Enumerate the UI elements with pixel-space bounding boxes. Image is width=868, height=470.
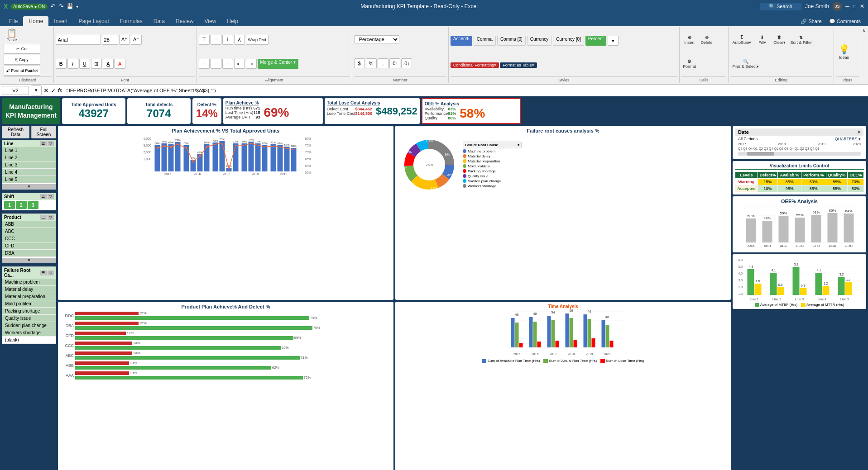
accent6-style-btn[interactable]: Accent6 (451, 36, 472, 46)
product-clear-btn[interactable]: ▽ (48, 215, 54, 220)
line-scroll-down-btn[interactable]: ▼ (2, 184, 56, 189)
tab-home[interactable]: Home (23, 16, 48, 26)
line-filter-clear-btn[interactable]: ▽ (48, 141, 54, 146)
total-cost-label[interactable]: Total Lose Cost Analysis (327, 100, 417, 105)
sidebar-item-sudden-plan[interactable]: Sudden plan change (2, 322, 56, 329)
tab-file[interactable]: File (4, 16, 23, 26)
tab-page-layout[interactable]: Page Layout (73, 16, 114, 26)
sidebar-item-quality-issue[interactable]: Quality issue (2, 315, 56, 322)
formula-input[interactable] (64, 88, 866, 93)
align-center-btn[interactable]: ≡ (211, 59, 221, 69)
undo-btn[interactable]: ↶ (50, 3, 56, 10)
sidebar-item-material-prep[interactable]: Material preparation (2, 293, 56, 300)
bold-btn[interactable]: B (56, 59, 67, 69)
tab-view[interactable]: View (199, 16, 222, 26)
quarters-dropdown-btn[interactable]: QUARTERS ▾ (835, 137, 861, 141)
insert-btn[interactable]: ⊕ Insert (681, 34, 698, 46)
increase-decimal-btn[interactable]: .0↑ (389, 58, 400, 68)
tab-data[interactable]: Data (148, 16, 170, 26)
decrease-decimal-btn[interactable]: .0↓ (401, 58, 412, 68)
fill-color-btn[interactable]: A̲ (103, 59, 114, 69)
autosave-badge[interactable]: AutoSave ● ON (10, 4, 48, 9)
comma0-style-btn[interactable]: Comma [0] (497, 36, 526, 46)
sidebar-item-abb[interactable]: ABB (2, 221, 56, 228)
copy-button[interactable]: ⎘ Copy (4, 55, 40, 65)
align-top-btn[interactable]: ⊤ (199, 35, 210, 45)
wrap-text-btn[interactable]: Wrap Text (246, 35, 269, 45)
line-filter-settings-btn[interactable]: ☰ (40, 141, 47, 146)
sidebar-item-dba[interactable]: DBA (2, 250, 56, 257)
oee-header-label[interactable]: OEE % Analysis (425, 101, 518, 106)
sidebar-item-mold-problem[interactable]: Mold problem (2, 300, 56, 308)
sidebar-item-machine-problem[interactable]: Machine problem (2, 279, 56, 286)
percent-btn[interactable]: % (366, 58, 377, 68)
shift-3-btn[interactable]: 3 (28, 201, 38, 209)
date-filter-close-btn[interactable]: ✕ (857, 130, 861, 135)
restore-btn[interactable]: □ (853, 3, 856, 9)
quick-save-btn[interactable]: 💾 (67, 3, 73, 9)
comments-btn[interactable]: 💬 Comments (825, 17, 864, 26)
insert-function-btn[interactable]: fx (58, 87, 62, 94)
align-right-btn[interactable]: ≡ (222, 59, 233, 69)
full-screen-btn[interactable]: Full Screen (31, 126, 56, 138)
align-middle-btn[interactable]: ≡ (211, 35, 221, 45)
format-as-table-btn[interactable]: Format as Table▾ (500, 62, 537, 68)
align-left-btn[interactable]: ≡ (199, 59, 210, 69)
minimize-btn[interactable]: ─ (845, 3, 849, 9)
sidebar-item-material-delay[interactable]: Material delay (2, 286, 56, 293)
ideas-btn[interactable]: 💡 Ideas (836, 43, 852, 61)
sidebar-item-packing-shortage[interactable]: Packing shortage (2, 308, 56, 315)
kpi-approved-label[interactable]: Total Approved Units (71, 102, 116, 107)
tab-help[interactable]: Help (221, 16, 244, 26)
ribbon-collapse-btn[interactable]: ∧ (861, 27, 866, 34)
merge-center-btn[interactable]: Merge & Center ▾ (258, 59, 298, 69)
number-format-select[interactable]: Percentage General Number Currency (354, 35, 399, 43)
cancel-formula-btn[interactable]: ✕ (43, 87, 49, 94)
product-scroll-down-btn[interactable]: ▼ (2, 258, 56, 263)
sidebar-item-line2[interactable]: Line 2 (2, 154, 56, 161)
failure-filter-dropdown[interactable]: ▾ (518, 143, 519, 147)
share-btn[interactable]: 🔗 Share (797, 17, 825, 26)
confirm-formula-btn[interactable]: ✓ (51, 87, 56, 94)
sort-filter-btn[interactable]: ⇅ Sort & Filter (788, 34, 814, 46)
sidebar-item-line5[interactable]: Line 5 (2, 176, 56, 183)
decrease-indent-btn[interactable]: ⇤ (234, 59, 245, 69)
underline-btn[interactable]: U (79, 59, 90, 69)
find-select-btn[interactable]: 🔍 Find & Select▾ (730, 58, 761, 70)
currency-style-btn[interactable]: Currency (527, 36, 552, 46)
percent-style-btn[interactable]: Percent (585, 36, 606, 46)
product-settings-btn[interactable]: ☰ (40, 215, 47, 220)
styles-more-btn[interactable]: ▾ (608, 36, 619, 46)
sidebar-item-blank[interactable]: (blank) (2, 337, 56, 344)
date-scrollbar[interactable] (738, 152, 861, 156)
redo-btn[interactable]: ↷ (58, 3, 64, 10)
cut-button[interactable]: ✂ Cut (4, 44, 40, 54)
angle-text-btn[interactable]: ∡ (234, 35, 245, 45)
paste-button[interactable]: 📋 Paste (4, 28, 20, 43)
shift-settings-btn[interactable]: ☰ (40, 194, 47, 199)
font-size-input[interactable] (102, 35, 118, 45)
plan-achieve-label[interactable]: Plan Achieve % (225, 100, 321, 105)
sidebar-item-ccc[interactable]: CCC (2, 235, 56, 242)
accounting-btn[interactable]: $ (354, 58, 365, 68)
currency0-style-btn[interactable]: Currency [0] (553, 36, 584, 46)
sidebar-item-line4[interactable]: Line 4 (2, 169, 56, 176)
refresh-data-btn[interactable]: Refresh Data (2, 126, 29, 138)
cell-reference-box[interactable] (2, 86, 29, 95)
format-btn[interactable]: ⚙ Format (681, 58, 698, 70)
search-box[interactable]: 🔍 Search (760, 3, 801, 10)
font-name-input[interactable] (56, 35, 101, 45)
sidebar-item-line1[interactable]: Line 1 (2, 147, 56, 154)
italic-btn[interactable]: I (67, 59, 78, 69)
failure-root-settings-btn[interactable]: ☰ (40, 271, 47, 275)
customize-btn[interactable]: ▾ (76, 4, 78, 9)
comma-style-btn2[interactable]: Comma (474, 36, 496, 46)
conditional-formatting-btn[interactable]: Conditional Formatting▾ (451, 62, 499, 68)
tab-formulas[interactable]: Formulas (115, 16, 148, 26)
kpi-defects-label[interactable]: Total defects (145, 102, 173, 107)
font-color-btn[interactable]: A (115, 59, 125, 69)
tab-review[interactable]: Review (170, 16, 199, 26)
autosum-btn[interactable]: Σ AutoSum▾ (730, 34, 753, 46)
font-size-increase-btn[interactable]: A⁺ (119, 35, 130, 45)
shift-1-btn[interactable]: 1 (4, 201, 15, 209)
